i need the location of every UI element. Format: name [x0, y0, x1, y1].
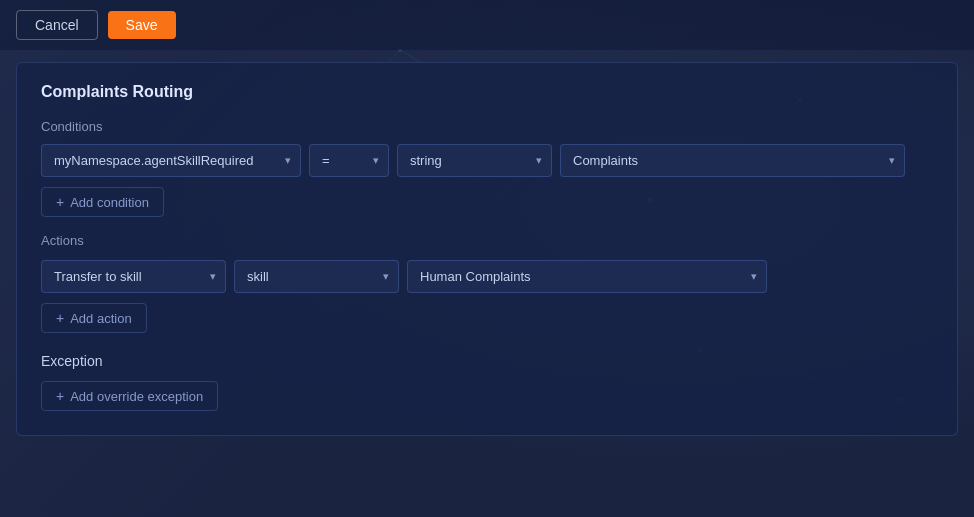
add-condition-plus-icon: +: [56, 194, 64, 210]
skill-type-wrapper: skill queue agent ▾: [234, 260, 399, 293]
conditions-label: Conditions: [41, 119, 933, 134]
exception-title: Exception: [41, 353, 933, 369]
value-wrapper: Complaints Billing Technical ▾: [560, 144, 905, 177]
add-action-plus-icon: +: [56, 310, 64, 326]
operator-select[interactable]: =: [309, 144, 389, 177]
add-exception-plus-icon: +: [56, 388, 64, 404]
namespace-select[interactable]: myNamespace.agentSkillRequired: [41, 144, 301, 177]
actions-row: Transfer to skill Transfer to queue Set …: [41, 260, 933, 293]
add-override-exception-button[interactable]: + Add override exception: [41, 381, 218, 411]
exception-section: Exception + Add override exception: [41, 353, 933, 411]
cancel-button[interactable]: Cancel: [16, 10, 98, 40]
rule-title: Complaints Routing: [41, 83, 933, 101]
actions-label: Actions: [41, 233, 933, 248]
action-wrapper: Transfer to skill Transfer to queue Set …: [41, 260, 226, 293]
add-condition-button[interactable]: + Add condition: [41, 187, 164, 217]
skill-value-select[interactable]: Human Complaints Technical Support Billi…: [407, 260, 767, 293]
save-button[interactable]: Save: [108, 11, 176, 39]
type-select[interactable]: string number boolean: [397, 144, 552, 177]
value-select[interactable]: Complaints Billing Technical: [560, 144, 905, 177]
rule-card: Complaints Routing Conditions myNamespac…: [16, 62, 958, 436]
add-exception-label: Add override exception: [70, 389, 203, 404]
type-wrapper: string number boolean ▾: [397, 144, 552, 177]
action-select[interactable]: Transfer to skill Transfer to queue Set …: [41, 260, 226, 293]
conditions-row: myNamespace.agentSkillRequired ▾ = ▾ str…: [41, 144, 933, 177]
add-action-label: Add action: [70, 311, 131, 326]
add-condition-label: Add condition: [70, 195, 149, 210]
skill-value-wrapper: Human Complaints Technical Support Billi…: [407, 260, 767, 293]
add-action-button[interactable]: + Add action: [41, 303, 147, 333]
top-bar: Cancel Save: [0, 0, 974, 50]
namespace-wrapper: myNamespace.agentSkillRequired ▾: [41, 144, 301, 177]
operator-wrapper: = ▾: [309, 144, 389, 177]
skill-type-select[interactable]: skill queue agent: [234, 260, 399, 293]
